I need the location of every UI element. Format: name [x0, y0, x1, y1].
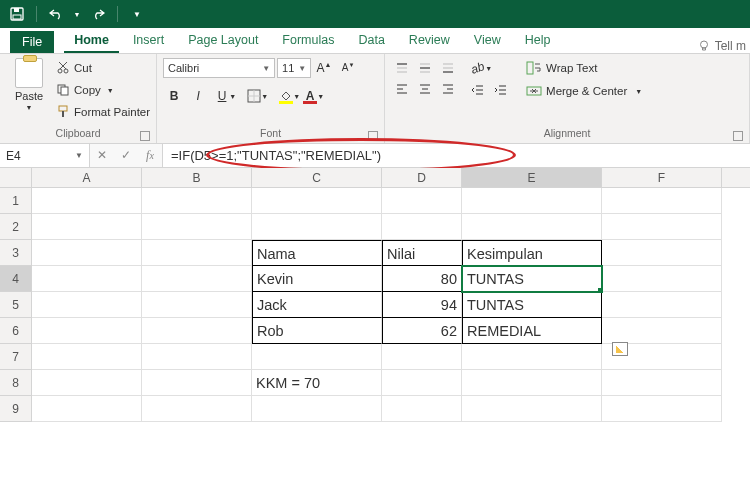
- cell[interactable]: [142, 396, 252, 422]
- save-icon[interactable]: [6, 3, 28, 25]
- align-center-icon[interactable]: [414, 79, 436, 99]
- col-header-F[interactable]: F: [602, 168, 722, 187]
- col-header-B[interactable]: B: [142, 168, 252, 187]
- row-header[interactable]: 1: [0, 188, 32, 214]
- cell[interactable]: [382, 188, 462, 214]
- cell[interactable]: [142, 214, 252, 240]
- cell[interactable]: [462, 344, 602, 370]
- enter-formula-icon[interactable]: ✓: [114, 148, 138, 163]
- dialog-launcher-icon[interactable]: [140, 131, 150, 141]
- row-header[interactable]: 3: [0, 240, 32, 266]
- cell[interactable]: [142, 240, 252, 266]
- cell[interactable]: Nilai: [382, 240, 462, 266]
- cell[interactable]: [32, 370, 142, 396]
- cell[interactable]: [462, 188, 602, 214]
- cell[interactable]: [382, 214, 462, 240]
- cell[interactable]: 94: [382, 292, 462, 318]
- dialog-launcher-icon[interactable]: [733, 131, 743, 141]
- redo-icon[interactable]: [87, 3, 109, 25]
- row-header[interactable]: 7: [0, 344, 32, 370]
- cell[interactable]: [142, 344, 252, 370]
- cell[interactable]: [382, 370, 462, 396]
- tab-data[interactable]: Data: [348, 33, 394, 53]
- copy-button[interactable]: Copy ▼: [56, 80, 150, 100]
- cell[interactable]: [462, 396, 602, 422]
- cell[interactable]: Rob: [252, 318, 382, 344]
- cell[interactable]: [32, 266, 142, 292]
- cell[interactable]: Kevin: [252, 266, 382, 292]
- cell[interactable]: [462, 370, 602, 396]
- cell[interactable]: [252, 188, 382, 214]
- wrap-text-button[interactable]: Wrap Text: [522, 58, 646, 78]
- cell[interactable]: [602, 370, 722, 396]
- row-header[interactable]: 5: [0, 292, 32, 318]
- cancel-formula-icon[interactable]: ✕: [90, 148, 114, 163]
- cell[interactable]: [32, 240, 142, 266]
- row-header[interactable]: 8: [0, 370, 32, 396]
- align-top-icon[interactable]: [391, 58, 413, 78]
- cell[interactable]: [142, 370, 252, 396]
- underline-button[interactable]: U▼: [211, 86, 233, 106]
- cell[interactable]: Kesimpulan: [462, 240, 602, 266]
- cell[interactable]: [142, 266, 252, 292]
- cell[interactable]: [32, 396, 142, 422]
- borders-button[interactable]: ▼: [243, 86, 265, 106]
- cell[interactable]: [32, 188, 142, 214]
- cell[interactable]: 80: [382, 266, 462, 292]
- undo-icon[interactable]: [45, 3, 67, 25]
- font-size-combo[interactable]: 11▼: [277, 58, 311, 78]
- tab-insert[interactable]: Insert: [123, 33, 174, 53]
- format-painter-button[interactable]: Format Painter: [56, 102, 150, 122]
- paste-button[interactable]: Paste ▼: [6, 58, 52, 127]
- undo-caret-icon[interactable]: ▼: [73, 3, 81, 25]
- increase-indent-icon[interactable]: [490, 80, 512, 100]
- tab-review[interactable]: Review: [399, 33, 460, 53]
- font-color-button[interactable]: A ▼: [299, 86, 321, 106]
- dialog-launcher-icon[interactable]: [368, 131, 378, 141]
- col-header-D[interactable]: D: [382, 168, 462, 187]
- italic-button[interactable]: I: [187, 86, 209, 106]
- row-header[interactable]: 2: [0, 214, 32, 240]
- cell[interactable]: [382, 396, 462, 422]
- cell[interactable]: KKM = 70: [252, 370, 382, 396]
- name-box[interactable]: E4 ▼: [0, 144, 90, 167]
- tab-view[interactable]: View: [464, 33, 511, 53]
- select-all-corner[interactable]: [0, 168, 32, 187]
- row-header[interactable]: 6: [0, 318, 32, 344]
- cell[interactable]: TUNTAS: [462, 292, 602, 318]
- formula-input[interactable]: =IF(D5>=1;"TUNTAS";"REMEDIAL"): [163, 144, 750, 167]
- tab-help[interactable]: Help: [515, 33, 561, 53]
- cell[interactable]: [602, 240, 722, 266]
- align-right-icon[interactable]: [437, 79, 459, 99]
- merge-center-button[interactable]: Merge & Center ▼: [522, 81, 646, 101]
- cell[interactable]: [142, 292, 252, 318]
- cell[interactable]: [602, 214, 722, 240]
- fill-handle[interactable]: [598, 288, 602, 292]
- row-header[interactable]: 9: [0, 396, 32, 422]
- cell[interactable]: [252, 396, 382, 422]
- row-header[interactable]: 4: [0, 266, 32, 292]
- cell[interactable]: [602, 266, 722, 292]
- cell[interactable]: [32, 292, 142, 318]
- cell[interactable]: [602, 188, 722, 214]
- cell[interactable]: Nama: [252, 240, 382, 266]
- decrease-indent-icon[interactable]: [467, 80, 489, 100]
- cell[interactable]: REMEDIAL: [462, 318, 602, 344]
- align-left-icon[interactable]: [391, 79, 413, 99]
- cut-button[interactable]: Cut: [56, 58, 150, 78]
- smart-tag-icon[interactable]: [612, 342, 628, 356]
- align-bottom-icon[interactable]: [437, 58, 459, 78]
- col-header-A[interactable]: A: [32, 168, 142, 187]
- bold-button[interactable]: B: [163, 86, 185, 106]
- cell[interactable]: [32, 344, 142, 370]
- cell[interactable]: Jack: [252, 292, 382, 318]
- tab-file[interactable]: File: [10, 31, 54, 53]
- cell[interactable]: [142, 318, 252, 344]
- cell[interactable]: [602, 396, 722, 422]
- tab-home[interactable]: Home: [64, 33, 119, 53]
- tab-page-layout[interactable]: Page Layout: [178, 33, 268, 53]
- cell[interactable]: [252, 214, 382, 240]
- font-name-combo[interactable]: Calibri▼: [163, 58, 275, 78]
- tell-me[interactable]: Tell m: [697, 39, 750, 53]
- cell[interactable]: [382, 344, 462, 370]
